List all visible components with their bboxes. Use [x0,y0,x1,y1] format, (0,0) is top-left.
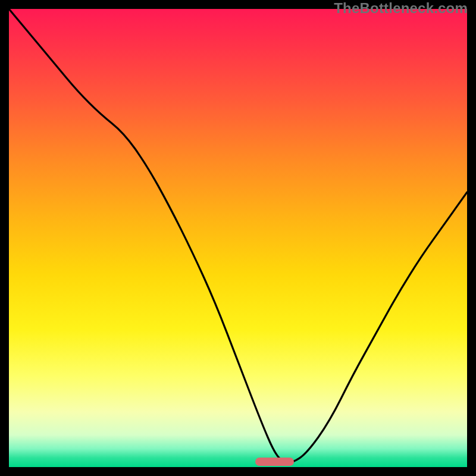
optimal-range-marker [255,458,295,466]
bottleneck-curve [9,9,467,467]
watermark-text: TheBottleneck.com [334,0,468,17]
curve-path [9,9,467,462]
chart-frame: TheBottleneck.com [0,0,476,476]
plot-area [9,9,467,467]
